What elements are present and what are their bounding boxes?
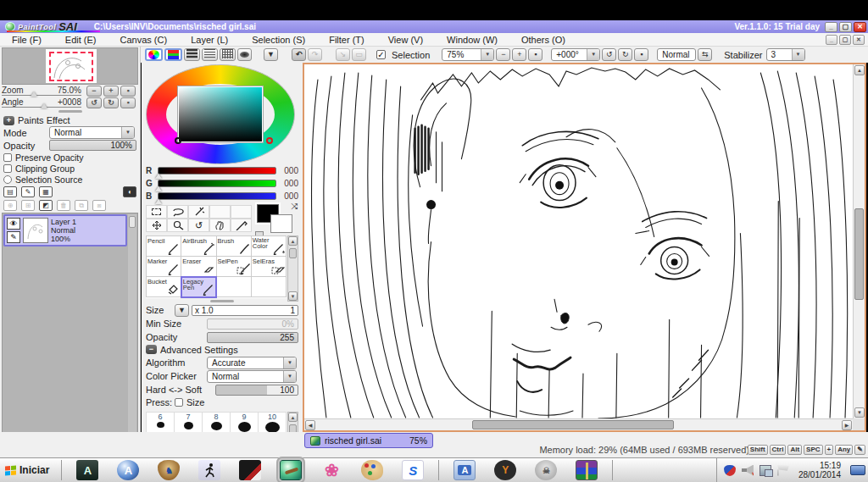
- menu-selection[interactable]: Selection (S): [240, 35, 317, 45]
- taskbar-app-skull-icon[interactable]: ☠: [535, 460, 557, 480]
- brush-pencil[interactable]: Pencil: [147, 236, 181, 257]
- taskbar-app-palette-icon[interactable]: [361, 460, 383, 480]
- background-color-swatch[interactable]: [270, 214, 292, 233]
- nav-rotate-ccw-button[interactable]: ↺: [86, 97, 102, 108]
- paints-effect-expand-button[interactable]: +: [3, 116, 14, 125]
- show-desktop-button[interactable]: [850, 465, 865, 475]
- taskbar-app-runner-icon[interactable]: [198, 460, 220, 480]
- saturation-value-square[interactable]: [178, 86, 263, 142]
- nav-zoom-in-button[interactable]: +: [103, 86, 119, 97]
- clear-layer-icon[interactable]: ◩: [39, 200, 53, 211]
- green-slider[interactable]: [158, 180, 276, 187]
- lasso-tool[interactable]: [167, 205, 188, 219]
- deselect-button[interactable]: ↘: [336, 48, 350, 61]
- brush-panel-handle[interactable]: [210, 300, 234, 302]
- taskbar-clock[interactable]: 15:19 28/01/2014: [795, 461, 844, 479]
- selection-checkbox[interactable]: ✓: [376, 50, 386, 59]
- swatches-panel-toggle[interactable]: [220, 48, 236, 61]
- menu-canvas[interactable]: Canvas (C): [108, 35, 180, 45]
- brush-opacity-slider[interactable]: 255: [207, 332, 298, 343]
- redo-button[interactable]: ↷: [308, 48, 322, 61]
- scroll-right-button[interactable]: ▶: [842, 420, 852, 430]
- maximize-button[interactable]: ▢: [839, 22, 852, 32]
- minimize-button[interactable]: _: [825, 22, 837, 32]
- algorithm-combo[interactable]: Accurate ▼: [207, 357, 297, 369]
- angle-reset-button[interactable]: ▪: [634, 48, 648, 61]
- taskbar-app-blue-orb-a-icon[interactable]: A: [117, 460, 139, 480]
- brush-airbrush[interactable]: AirBrush: [181, 236, 216, 257]
- blue-slider[interactable]: [158, 192, 276, 200]
- zoom-in-button[interactable]: +: [512, 48, 526, 61]
- canvas-horizontal-scrollbar[interactable]: ◀ ▶: [304, 418, 853, 430]
- zoom-combo[interactable]: 75% ▼: [442, 48, 494, 61]
- advanced-settings-collapse-button[interactable]: −: [146, 345, 157, 354]
- color-picker-combo[interactable]: Normal ▼: [207, 370, 297, 383]
- brush-bucket[interactable]: Bucket: [147, 277, 181, 297]
- menu-window[interactable]: Window (W): [435, 35, 509, 45]
- transfer-down-icon[interactable]: ⊕: [3, 200, 17, 211]
- delete-layer-icon[interactable]: 🗑: [57, 200, 70, 211]
- brush-scroll-down-button[interactable]: ▼: [288, 291, 298, 301]
- taskbar-app-dark-a-icon[interactable]: A: [76, 460, 98, 480]
- taskbar-app-window-a-icon[interactable]: A: [453, 460, 476, 480]
- nav-zoom-reset-button[interactable]: ▪: [120, 86, 136, 97]
- brush-selpen[interactable]: SelPen: [216, 257, 251, 277]
- clipping-group-checkbox[interactable]: [3, 164, 12, 173]
- canvas-drawing[interactable]: [304, 64, 853, 418]
- tray-network-icon[interactable]: [760, 465, 771, 476]
- new-layer-set-icon[interactable]: ▦: [39, 186, 53, 197]
- layer-row-layer1[interactable]: 👁 ✎ Layer 1 Normal 100%: [3, 214, 127, 247]
- reselect-button[interactable]: ▭: [352, 48, 366, 61]
- move-tool[interactable]: [146, 219, 167, 232]
- selection-source-checkbox[interactable]: [3, 175, 12, 184]
- zoom-out-button[interactable]: −: [496, 48, 510, 61]
- layer-paint-icon[interactable]: ✎: [7, 231, 20, 243]
- close-button[interactable]: ✕: [854, 22, 866, 32]
- brush-scroll-thumb[interactable]: [289, 248, 297, 258]
- stabilizer-dropdown-icon[interactable]: ▼: [792, 49, 804, 60]
- taskbar-app-painttool-sai-icon[interactable]: [280, 460, 302, 480]
- scratchpad-panel-toggle[interactable]: [237, 48, 252, 61]
- panel-resize-handle[interactable]: [58, 110, 82, 113]
- layer-mask-icon[interactable]: ◖: [123, 186, 136, 197]
- taskbar-app-winrar-icon[interactable]: [576, 460, 598, 480]
- taskbar-app-s-swirl-icon[interactable]: S: [402, 460, 424, 480]
- brush-seleras[interactable]: SelEras: [251, 257, 286, 277]
- rect-select-tool[interactable]: [146, 205, 167, 219]
- rotate-ccw-button[interactable]: ↺: [602, 48, 616, 61]
- preserve-opacity-checkbox[interactable]: [3, 153, 12, 162]
- swap-colors-icon[interactable]: ⤨: [291, 202, 298, 212]
- sv-selector-marker[interactable]: [175, 137, 181, 144]
- nav-angle-reset-button[interactable]: ▪: [120, 97, 136, 108]
- stabilizer-combo[interactable]: 3 ▼: [766, 48, 805, 61]
- panel-options-dropdown[interactable]: ▼: [264, 48, 278, 61]
- taskbar-app-black-art-icon[interactable]: [239, 460, 261, 480]
- tray-security-shield-icon[interactable]: [724, 465, 736, 476]
- mdi-minimize-button[interactable]: _: [826, 35, 837, 45]
- brush-grid-scrollbar[interactable]: ▲ ▼: [287, 235, 298, 302]
- angle-slider-thumb[interactable]: [41, 103, 47, 108]
- scroll-up-button[interactable]: ▲: [854, 65, 865, 75]
- mdi-restore-button[interactable]: ▢: [839, 35, 851, 45]
- press-size-checkbox[interactable]: [175, 398, 183, 407]
- layer-opacity-slider[interactable]: 100%: [49, 140, 136, 151]
- preset-scroll-up-button[interactable]: ▲: [288, 413, 298, 422]
- color-mixer-panel-toggle[interactable]: [202, 48, 218, 61]
- paste-layer-icon[interactable]: ⧈: [92, 200, 106, 211]
- rotate-cw-button[interactable]: ↻: [618, 48, 632, 61]
- zoom-reset-button[interactable]: ▪: [528, 48, 542, 61]
- copy-layer-icon[interactable]: ⧉: [75, 200, 88, 211]
- zoom-dropdown-icon[interactable]: ▼: [481, 49, 493, 60]
- color-wheel-panel-toggle[interactable]: [145, 48, 163, 61]
- rgb-slider-panel-toggle[interactable]: [164, 48, 182, 61]
- brush-watercolor[interactable]: Water Color: [251, 236, 286, 257]
- brush-marker[interactable]: Marker: [147, 257, 181, 277]
- taskbar-app-pink-flower-icon[interactable]: ❀: [320, 460, 342, 480]
- brush-legacy-pen[interactable]: Legacy Pen: [181, 277, 216, 297]
- layer-list-scrollbar[interactable]: [128, 214, 136, 433]
- algorithm-dropdown-icon[interactable]: ▼: [283, 357, 296, 368]
- brush-eraser[interactable]: Eraser: [181, 257, 216, 277]
- horizontal-scroll-thumb[interactable]: [472, 420, 674, 429]
- layer-visibility-eye-icon[interactable]: 👁: [7, 218, 20, 230]
- merge-down-icon[interactable]: ⊞: [21, 200, 35, 211]
